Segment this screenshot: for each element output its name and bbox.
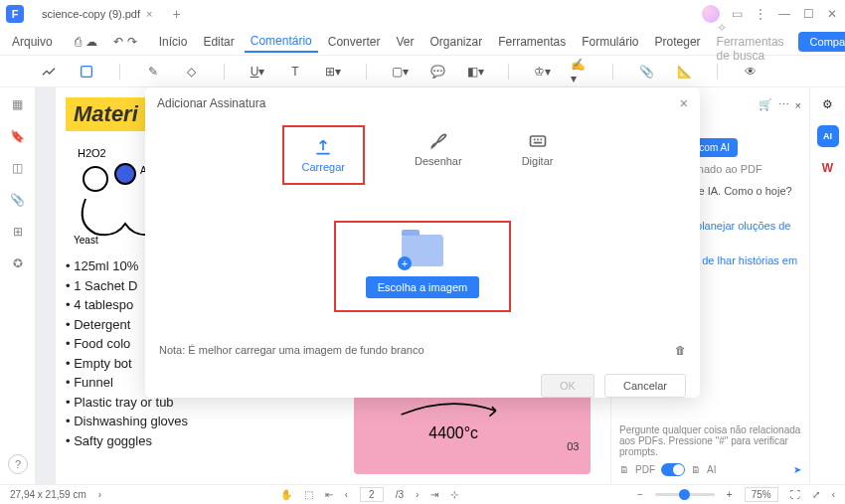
menu-converter[interactable]: Converter	[322, 32, 387, 52]
thumbnails-icon[interactable]: ▦	[12, 97, 23, 111]
svg-point-2	[115, 164, 135, 184]
panel-more-icon[interactable]: ⋯	[778, 98, 789, 111]
word-icon[interactable]: W	[822, 161, 833, 175]
security-icon[interactable]: ✪	[13, 256, 23, 270]
underline-icon[interactable]: U▾	[249, 63, 266, 81]
zoom-in-icon[interactable]: +	[727, 489, 733, 500]
stamp-icon[interactable]: ♔▾	[533, 63, 551, 81]
tab-title: science-copy (9).pdf	[42, 8, 140, 20]
temp-label: 4400°c	[428, 424, 478, 441]
last-page-icon[interactable]: ⇥	[430, 489, 438, 500]
prev-page-icon[interactable]: ‹	[345, 489, 348, 500]
hide-comments-icon[interactable]: 👁	[742, 63, 760, 81]
new-tab-button[interactable]: +	[172, 6, 180, 22]
trash-icon[interactable]: 🗑	[675, 344, 686, 356]
menu-search-tools[interactable]: ✧ Ferramentas de busca	[711, 18, 790, 66]
zoom-out-icon[interactable]: −	[637, 489, 643, 500]
tab-close-icon[interactable]: ×	[146, 8, 152, 20]
callout-icon[interactable]: ◧▾	[466, 63, 484, 81]
statusbar: 27,94 x 21,59 cm › ✋ ⬚ ⇤ ‹ 2 /3 › ⇥ ⊹ − …	[0, 484, 845, 504]
eraser-icon[interactable]: ◇	[182, 63, 200, 81]
share-button[interactable]: Compartilhe	[798, 32, 845, 52]
first-page-icon[interactable]: ⇤	[325, 489, 333, 500]
svg-rect-5	[530, 136, 545, 146]
page-num: 03	[567, 440, 579, 452]
footer-hint: Pergunte qualquer coisa não relacionada …	[619, 424, 801, 457]
choose-image-button[interactable]: Escolha a imagem	[366, 276, 480, 298]
fit-width-icon[interactable]: ⛶	[790, 489, 800, 500]
close-icon[interactable]: ✕	[825, 7, 839, 21]
pencil-icon[interactable]: ✎	[144, 63, 162, 81]
maximize-icon[interactable]: ☐	[801, 7, 815, 21]
measure-icon[interactable]: 📐	[675, 63, 693, 81]
menu-organizar[interactable]: Organizar	[423, 32, 488, 52]
page-total: /3	[396, 489, 404, 500]
page-input[interactable]: 2	[369, 489, 375, 500]
fields-icon[interactable]: ⊞	[13, 225, 23, 239]
menu-comentario[interactable]: Comentário	[245, 31, 318, 53]
help-button[interactable]: ?	[8, 454, 28, 474]
attachment-icon[interactable]: 📎	[637, 63, 655, 81]
page-dimensions: 27,94 x 21,59 cm	[10, 489, 86, 500]
svg-rect-0	[82, 66, 92, 77]
ok-button: OK	[541, 374, 594, 398]
tab-upload[interactable]: Carregar	[292, 131, 355, 179]
svg-text:Yeast: Yeast	[74, 235, 98, 246]
settings-slider-icon[interactable]: ⚙	[822, 97, 833, 111]
cart-icon[interactable]: 🛒	[759, 98, 772, 111]
layers-icon[interactable]: ◫	[12, 161, 23, 175]
svg-point-1	[84, 167, 107, 191]
modal-tabs: Carregar Desenhar Digitar	[145, 119, 700, 197]
hand-tool-icon[interactable]: ✋	[280, 489, 292, 500]
modal-title: Adicionar Assinatura	[157, 96, 265, 110]
menu-formulario[interactable]: Formulário	[576, 32, 644, 52]
plus-icon: +	[398, 256, 412, 270]
note-icon[interactable]	[78, 63, 95, 81]
fullscreen-icon[interactable]: ⤢	[812, 489, 820, 500]
shape-icon[interactable]: ▢▾	[391, 63, 409, 81]
add-signature-modal: Adicionar Assinatura × Carregar Desenhar…	[145, 87, 700, 398]
left-sidebar: ▦ 🔖 ◫ 📎 ⊞ ✪	[0, 87, 36, 484]
textbox-icon[interactable]: ⊞▾	[324, 63, 342, 81]
send-icon[interactable]: ➤	[793, 464, 801, 475]
undo-icon[interactable]: ↶	[113, 33, 123, 51]
select-tool-icon[interactable]: ⬚	[304, 489, 313, 500]
print-icon[interactable]: ⎙	[75, 33, 82, 51]
highlight-icon[interactable]	[40, 63, 58, 81]
far-right-bar: ⚙ AI W	[809, 87, 845, 484]
menu-ver[interactable]: Ver	[390, 32, 420, 52]
zoom-value[interactable]: 75%	[745, 487, 778, 502]
cancel-button[interactable]: Cancelar	[604, 374, 686, 398]
pdf-toggle[interactable]	[661, 463, 685, 476]
signature-icon[interactable]: ✍▾	[571, 63, 589, 81]
document-tab[interactable]: science-copy (9).pdf ×	[32, 4, 162, 24]
bookmark-icon[interactable]: 🔖	[10, 129, 25, 143]
list-item: Dishwashing gloves	[66, 412, 324, 431]
attach-icon[interactable]: 📎	[10, 193, 25, 207]
menu-file[interactable]: Arquivo	[6, 32, 59, 52]
redo-icon[interactable]: ↷	[127, 33, 137, 51]
text-icon[interactable]: T	[286, 63, 304, 81]
menu-editar[interactable]: Editar	[197, 32, 240, 52]
tab-draw[interactable]: Desenhar	[405, 125, 472, 185]
panel-close-icon[interactable]: ×	[795, 99, 801, 111]
folder-icon: +	[402, 235, 443, 266]
modal-close-button[interactable]: ×	[680, 95, 688, 111]
menubar: Arquivo ⎙ ☁ ↶ ↷ Início Editar Comentário…	[0, 28, 845, 56]
ai-badge-icon[interactable]: AI	[817, 125, 839, 147]
expand-right-icon[interactable]: ‹	[832, 489, 835, 500]
next-page-icon[interactable]: ›	[416, 489, 419, 500]
tab-type[interactable]: Digitar	[512, 125, 564, 185]
label-h2o2: H2O2	[78, 147, 106, 159]
expand-left-icon[interactable]: ›	[98, 489, 101, 500]
fit-icon[interactable]: ⊹	[450, 489, 458, 500]
menu-ferramentas[interactable]: Ferramentas	[492, 32, 572, 52]
modal-note-text: Nota: É melhor carregar uma imagem de fu…	[159, 344, 424, 356]
menu-inicio[interactable]: Início	[153, 32, 194, 52]
upload-dropzone[interactable]: + Escolha a imagem	[334, 221, 512, 312]
save-icon[interactable]: ☁	[85, 33, 97, 51]
zoom-slider[interactable]	[655, 493, 715, 496]
comment-icon[interactable]: 💬	[428, 63, 446, 81]
menu-proteger[interactable]: Proteger	[649, 32, 707, 52]
app-logo: F	[6, 5, 24, 23]
